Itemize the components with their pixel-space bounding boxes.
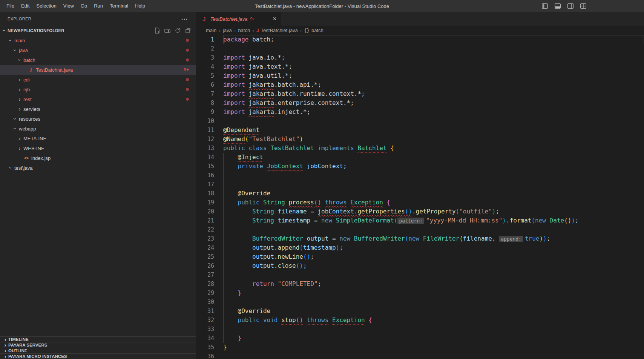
tree-item-java[interactable]: ›java	[0, 45, 196, 55]
code-line-9[interactable]: 9import jakarta.inject.*;	[196, 107, 644, 117]
code-line-23[interactable]: 23 BufferedWriter output = new BufferedW…	[196, 234, 644, 243]
line-number[interactable]: 26	[196, 261, 223, 270]
chevron-right-icon[interactable]: ›	[17, 106, 23, 112]
code-line-19[interactable]: 19 public String process() throws Except…	[196, 198, 644, 207]
tree-item-rest[interactable]: ›rest	[0, 94, 196, 104]
section-outline[interactable]: ›OUTLINE	[0, 348, 196, 353]
new-file-icon[interactable]	[154, 27, 161, 34]
section-timeline[interactable]: ›TIMELINE	[0, 336, 196, 342]
code-line-28[interactable]: 28 return "COMPLETED";	[196, 279, 644, 288]
line-number[interactable]: 5	[196, 71, 223, 80]
code-line-29[interactable]: 29 }	[196, 288, 644, 298]
refresh-icon[interactable]	[174, 27, 181, 34]
breadcrumb-item-java[interactable]: java	[223, 28, 232, 33]
code-line-14[interactable]: 14 @Inject	[196, 153, 644, 162]
chevron-right-icon[interactable]: ›	[17, 87, 23, 92]
chevron-down-icon[interactable]: ›	[8, 165, 13, 171]
line-number[interactable]: 14	[196, 153, 223, 162]
breadcrumb-item-batch[interactable]: batch	[238, 28, 250, 33]
line-number[interactable]: 27	[196, 270, 223, 279]
tree-item-test-java[interactable]: ›test\java	[0, 163, 196, 173]
tree-item-meta-inf[interactable]: ›META-INF	[0, 133, 196, 143]
code-line-10[interactable]: 10	[196, 117, 644, 126]
menu-go[interactable]: Go	[77, 0, 90, 12]
code-line-6[interactable]: 6import jakarta.batch.api.*;	[196, 80, 644, 89]
line-number[interactable]: 23	[196, 234, 223, 243]
line-number[interactable]: 18	[196, 189, 223, 198]
code-line-21[interactable]: 21 String timestamp = new SimpleDateForm…	[196, 216, 644, 225]
line-number[interactable]: 34	[196, 334, 223, 343]
menu-edit[interactable]: Edit	[18, 0, 33, 12]
tree-item-servlets[interactable]: ›servlets	[0, 104, 196, 114]
tree-item-ejb[interactable]: ›ejb	[0, 84, 196, 94]
line-number[interactable]: 2	[196, 44, 223, 53]
menu-help[interactable]: Help	[132, 0, 149, 12]
line-number[interactable]: 22	[196, 225, 223, 234]
toggle-panel-icon[interactable]	[553, 2, 563, 11]
line-number[interactable]: 8	[196, 98, 223, 107]
chevron-right-icon[interactable]: ›	[2, 354, 8, 359]
code-line-22[interactable]: 22	[196, 225, 644, 234]
customize-layout-icon[interactable]	[578, 2, 588, 11]
code-line-5[interactable]: 5import java.util.*;	[196, 71, 644, 80]
code-line-8[interactable]: 8import jakarta.enterprise.context.*;	[196, 98, 644, 107]
chevron-right-icon[interactable]: ›	[17, 77, 23, 82]
chevron-right-icon[interactable]: ›	[17, 136, 23, 141]
chevron-down-icon[interactable]: ›	[17, 57, 22, 63]
line-number[interactable]: 12	[196, 135, 223, 144]
code-line-36[interactable]: 36	[196, 352, 644, 359]
code-line-27[interactable]: 27	[196, 270, 644, 279]
tree-item-batch[interactable]: ›batch	[0, 55, 196, 65]
code-line-32[interactable]: 32 public void stop() throws Exception {	[196, 316, 644, 325]
code-line-25[interactable]: 25 output.newLine();	[196, 252, 644, 261]
line-number[interactable]: 17	[196, 180, 223, 189]
code-line-20[interactable]: 20 String filename = jobContext.getPrope…	[196, 207, 644, 216]
chevron-down-icon[interactable]: ›	[12, 126, 18, 132]
line-number[interactable]: 29	[196, 288, 223, 298]
line-number[interactable]: 32	[196, 316, 223, 325]
code-line-35[interactable]: 35}	[196, 343, 644, 352]
tree-item-cdi[interactable]: ›cdi	[0, 75, 196, 84]
chevron-down-icon[interactable]: ›	[8, 37, 13, 43]
tree-item-web-inf[interactable]: ›WEB-INF	[0, 143, 196, 153]
code-line-33[interactable]: 33	[196, 325, 644, 334]
line-number[interactable]: 3	[196, 53, 223, 62]
line-number[interactable]: 24	[196, 243, 223, 252]
code-line-31[interactable]: 31 @Override	[196, 307, 644, 316]
line-number[interactable]: 28	[196, 279, 223, 288]
chevron-down-icon[interactable]: ›	[12, 47, 18, 53]
chevron-right-icon[interactable]: ›	[17, 97, 23, 102]
line-number[interactable]: 13	[196, 144, 223, 153]
code-line-18[interactable]: 18 @Override	[196, 189, 644, 198]
menu-run[interactable]: Run	[90, 0, 106, 12]
section-payara-servers[interactable]: ›PAYARA SERVERS	[0, 342, 196, 348]
new-folder-icon[interactable]	[164, 27, 171, 34]
tab-testbatchlet[interactable]: J TestBatchlet.java 9+ ×	[196, 12, 281, 26]
line-number[interactable]: 35	[196, 343, 223, 352]
menu-view[interactable]: View	[60, 0, 77, 12]
tree-item-index-jsp[interactable]: <>index.jsp	[0, 153, 196, 163]
line-number[interactable]: 25	[196, 252, 223, 261]
code-line-1[interactable]: 1package batch;	[196, 35, 644, 44]
breadcrumb-item-main[interactable]: main	[206, 28, 216, 33]
menu-file[interactable]: File	[3, 0, 18, 12]
code-line-12[interactable]: 12@Named("TestBatchlet")	[196, 135, 644, 144]
breadcrumb-item-testbatchlet-java[interactable]: TestBatchlet.java	[261, 28, 298, 33]
tree-item-resources[interactable]: ›resources	[0, 114, 196, 124]
line-number[interactable]: 31	[196, 307, 223, 316]
tree-item-webapp[interactable]: ›webapp	[0, 124, 196, 133]
line-number[interactable]: 36	[196, 352, 223, 359]
line-number[interactable]: 1	[196, 35, 223, 44]
more-actions-icon[interactable]: ···	[181, 16, 188, 22]
chevron-down-icon[interactable]: ›	[2, 28, 7, 34]
line-number[interactable]: 15	[196, 162, 223, 171]
chevron-down-icon[interactable]: ›	[12, 116, 18, 122]
code-line-3[interactable]: 3import java.io.*;	[196, 53, 644, 62]
code-line-13[interactable]: 13public class TestBatchlet implements B…	[196, 144, 644, 153]
toggle-primary-sidebar-icon[interactable]	[540, 2, 550, 11]
tree-item-testbatchlet-java[interactable]: JTestBatchlet.java9+	[0, 65, 196, 75]
code-line-7[interactable]: 7import jakarta.batch.runtime.context.*;	[196, 89, 644, 98]
line-number[interactable]: 16	[196, 171, 223, 180]
line-number[interactable]: 10	[196, 117, 223, 126]
line-number[interactable]: 33	[196, 325, 223, 334]
